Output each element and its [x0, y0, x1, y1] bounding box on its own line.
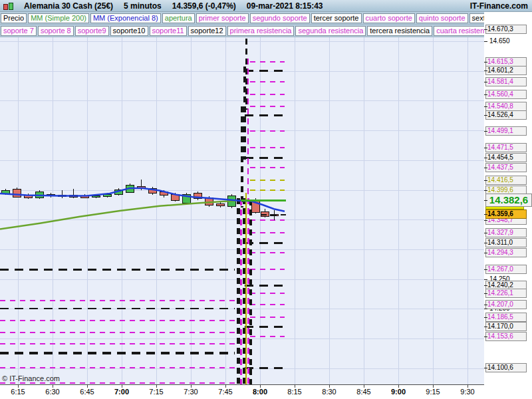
price-level-label: 14.601,2	[485, 66, 527, 75]
legend-item-quinto-soporte[interactable]: quinto soporte	[416, 13, 468, 23]
price-level-label: 14.327,9	[485, 228, 527, 237]
support-resistance-line-left	[0, 367, 235, 368]
support-resistance-line-right	[250, 232, 285, 233]
legend-item-soporte9[interactable]: soporte9	[75, 26, 109, 36]
legend-item-tercera-resistencia[interactable]: tercera resistencia	[367, 26, 432, 36]
candle	[160, 192, 168, 196]
time-tick-mark	[87, 385, 88, 388]
chart-plot-area[interactable]: © IT-Finance.com	[0, 37, 485, 384]
price-level-label: 14.471,5	[485, 143, 527, 152]
legend-item-primera-resistencia[interactable]: primera resistencia	[227, 26, 295, 36]
support-resistance-line-right	[245, 157, 287, 159]
legend-item-mm-simple-200-[interactable]: MM (Simple 200)	[28, 13, 89, 23]
price-level-label: 14.670,3	[485, 25, 527, 34]
candle	[251, 200, 260, 213]
time-label-8-00: 8:00	[253, 388, 267, 396]
legend-item-segundo-soporte[interactable]: segundo soporte	[250, 13, 310, 23]
spike-band-line	[245, 193, 247, 384]
price-level-label: 14.207,0	[485, 300, 527, 309]
time-label-6-45: 6:45	[80, 388, 94, 396]
price-tick-mark	[484, 336, 487, 337]
price-tick-mark	[484, 180, 487, 181]
support-resistance-line-left	[0, 308, 235, 309]
candle	[194, 193, 202, 199]
legend-item-apertura[interactable]: apertura	[162, 13, 195, 23]
last-quote: 14.359,6 (-0,47%)	[172, 1, 236, 11]
legend-item-primer-soporte[interactable]: primer soporte	[196, 13, 249, 23]
candle	[80, 196, 89, 198]
price-tick-mark	[484, 158, 487, 158]
time-tick-mark	[329, 385, 330, 388]
legend-item-soporte12[interactable]: soporte12	[188, 26, 226, 36]
legend-item-soporte10[interactable]: soporte10	[110, 26, 148, 36]
grid-line-horizontal	[0, 368, 484, 369]
price-tick-mark	[484, 253, 487, 253]
price-level-label: 14.267,0	[485, 265, 527, 274]
time-tick-mark	[260, 385, 261, 388]
time-tick-mark	[225, 385, 226, 388]
legend-item-soporte11[interactable]: soporte11	[150, 26, 187, 36]
candle	[114, 190, 123, 195]
candle	[137, 186, 146, 189]
support-resistance-line-left	[0, 269, 235, 271]
spike-band-line	[241, 106, 243, 207]
time-label-6-30: 6:30	[45, 388, 59, 396]
support-resistance-line-right	[250, 190, 285, 191]
grid-line-vertical	[329, 37, 330, 384]
price-level-label: 14.311,0	[485, 238, 527, 247]
legend-item-segunda-resistencia[interactable]: segunda resistencia	[295, 26, 366, 36]
legend-item-tercer-soporte[interactable]: tercer soporte	[311, 13, 362, 23]
legend-item-sexto-soporte[interactable]: sexto soporte	[469, 13, 484, 23]
support-resistance-line-right	[250, 304, 285, 305]
time-axis[interactable]: 6:156:306:457:007:157:307:458:008:158:30…	[0, 384, 484, 399]
grid-line-horizontal	[0, 219, 484, 220]
grid-line-vertical	[295, 37, 295, 384]
grid-line-horizontal	[0, 41, 484, 42]
price-tick-mark	[484, 317, 487, 318]
spike-band-line	[247, 59, 249, 209]
support-resistance-line-right	[250, 180, 285, 181]
time-label-7-00: 7:00	[114, 388, 129, 396]
support-resistance-line-left	[0, 382, 235, 384]
price-level-label: 14.226,1	[485, 289, 527, 298]
price-level-label: 14.186,5	[485, 313, 527, 322]
price-tick-mark	[484, 285, 487, 286]
support-resistance-line-right	[250, 219, 285, 221]
time-label-9-00: 9:00	[391, 388, 406, 396]
support-resistance-line-right	[250, 61, 285, 63]
support-resistance-line-right	[250, 252, 285, 253]
legend-item-soporte-7[interactable]: soporte 7	[1, 26, 37, 36]
instrument-title: Alemania 30 Cash (25€)	[24, 1, 113, 11]
price-tick-mark	[484, 327, 487, 327]
time-tick-mark	[53, 385, 53, 388]
price-tick-mark	[484, 115, 487, 116]
trading-app-window: Alemania 30 Cash (25€) 5 minutos 14.359,…	[0, 0, 532, 399]
support-resistance-line-right	[250, 130, 285, 132]
price-level-label: 14.170,0	[485, 322, 527, 331]
legend-item-cuarto-soporte[interactable]: cuarto soporte	[363, 13, 415, 23]
grid-line-vertical	[260, 37, 261, 384]
legend-item-cuarta-resistencia[interactable]: cuarta resistencia	[434, 26, 484, 36]
support-resistance-line-left	[0, 300, 235, 301]
candle	[92, 196, 100, 198]
legend-item-soporte-8[interactable]: soporte 8	[38, 26, 74, 36]
grid-line-vertical	[364, 37, 364, 384]
last-price-line	[261, 214, 286, 215]
candle	[182, 194, 191, 203]
price-tick-label: 14.650	[489, 37, 510, 45]
price-tick-mark	[484, 214, 487, 215]
price-tick-mark	[484, 200, 487, 201]
price-axis[interactable]: 14.65014.25014.20014.670,314.615,314.601…	[484, 12, 532, 399]
grid-line-vertical	[433, 37, 434, 384]
time-tick-mark	[433, 385, 434, 388]
timeframe-label: 5 minutos	[124, 1, 162, 11]
price-level-label: 14.526,4	[485, 110, 527, 120]
price-tick-mark	[484, 243, 487, 243]
legend-item-precio[interactable]: Precio	[1, 13, 27, 23]
legend-item-mm-exponencial-8-[interactable]: MM (Exponencial 8)	[90, 13, 161, 23]
support-resistance-line-left	[0, 320, 235, 321]
price-tick-mark	[484, 29, 487, 30]
price-tick-mark	[484, 94, 487, 95]
datetime-label: 09-mar-2021 8:15:43	[247, 1, 323, 11]
price-level-label: 14.437,5	[485, 163, 527, 172]
